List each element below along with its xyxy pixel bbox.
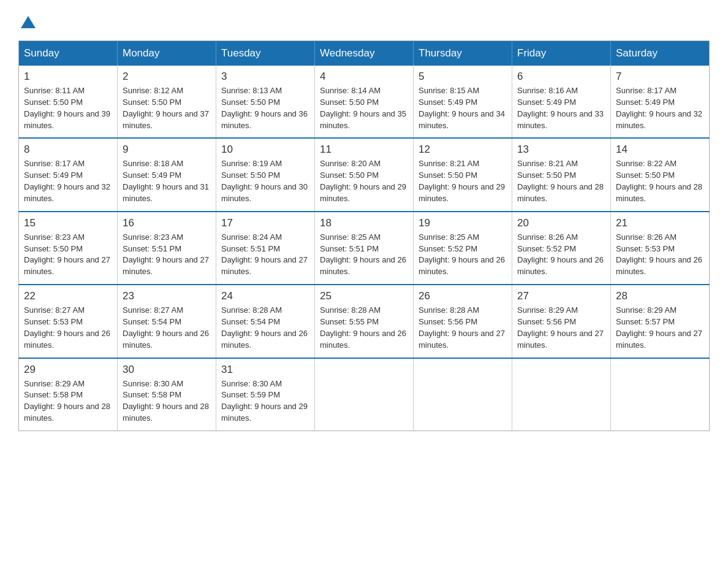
sunrise-label: Sunrise: 8:22 AM	[616, 159, 677, 168]
sunset-label: Sunset: 5:49 PM	[419, 98, 477, 107]
logo-triangle-icon	[20, 13, 37, 31]
daylight-label: Daylight: 9 hours and 30 minutes.	[221, 182, 308, 203]
day-number: 27	[517, 290, 605, 302]
day-info: Sunrise: 8:29 AM Sunset: 5:57 PM Dayligh…	[616, 305, 704, 351]
day-info: Sunrise: 8:12 AM Sunset: 5:50 PM Dayligh…	[123, 85, 211, 131]
daylight-label: Daylight: 9 hours and 33 minutes.	[517, 109, 604, 130]
day-number: 20	[517, 217, 605, 229]
calendar-cell: 21 Sunrise: 8:26 AM Sunset: 5:53 PM Dayl…	[611, 212, 710, 285]
daylight-label: Daylight: 9 hours and 28 minutes.	[517, 182, 604, 203]
sunset-label: Sunset: 5:49 PM	[616, 98, 675, 107]
day-info: Sunrise: 8:25 AM Sunset: 5:51 PM Dayligh…	[320, 232, 408, 278]
sunset-label: Sunset: 5:49 PM	[123, 170, 181, 180]
calendar-table: SundayMondayTuesdayWednesdayThursdayFrid…	[18, 40, 710, 431]
day-header-wednesday: Wednesday	[315, 41, 414, 66]
day-info: Sunrise: 8:30 AM Sunset: 5:58 PM Dayligh…	[123, 378, 211, 424]
sunset-label: Sunset: 5:50 PM	[320, 98, 379, 107]
sunset-label: Sunset: 5:50 PM	[221, 170, 280, 180]
daylight-label: Daylight: 9 hours and 27 minutes.	[616, 329, 702, 350]
calendar-cell: 27 Sunrise: 8:29 AM Sunset: 5:56 PM Dayl…	[512, 285, 611, 358]
calendar-cell: 17 Sunrise: 8:24 AM Sunset: 5:51 PM Dayl…	[216, 212, 315, 285]
daylight-label: Daylight: 9 hours and 27 minutes.	[517, 329, 604, 350]
sunrise-label: Sunrise: 8:29 AM	[616, 305, 677, 315]
daylight-label: Daylight: 9 hours and 35 minutes.	[320, 109, 406, 130]
daylight-label: Daylight: 9 hours and 26 minutes.	[221, 329, 308, 350]
daylight-label: Daylight: 9 hours and 28 minutes.	[616, 182, 702, 203]
day-number: 18	[320, 217, 408, 229]
calendar-cell: 13 Sunrise: 8:21 AM Sunset: 5:50 PM Dayl…	[512, 138, 611, 211]
day-info: Sunrise: 8:27 AM Sunset: 5:53 PM Dayligh…	[24, 305, 112, 351]
day-number: 30	[123, 364, 211, 376]
sunset-label: Sunset: 5:50 PM	[221, 98, 280, 107]
calendar-cell	[315, 358, 414, 431]
sunrise-label: Sunrise: 8:24 AM	[221, 232, 282, 242]
calendar-cell: 26 Sunrise: 8:28 AM Sunset: 5:56 PM Dayl…	[414, 285, 512, 358]
day-info: Sunrise: 8:27 AM Sunset: 5:54 PM Dayligh…	[123, 305, 211, 351]
sunrise-label: Sunrise: 8:16 AM	[517, 86, 578, 95]
calendar-cell	[611, 358, 710, 431]
calendar-week-row: 29 Sunrise: 8:29 AM Sunset: 5:58 PM Dayl…	[19, 358, 710, 431]
day-number: 16	[123, 217, 211, 229]
day-info: Sunrise: 8:25 AM Sunset: 5:52 PM Dayligh…	[419, 232, 507, 278]
sunrise-label: Sunrise: 8:21 AM	[419, 159, 479, 168]
calendar-cell: 12 Sunrise: 8:21 AM Sunset: 5:50 PM Dayl…	[414, 138, 512, 211]
sunset-label: Sunset: 5:53 PM	[616, 244, 675, 253]
day-info: Sunrise: 8:29 AM Sunset: 5:58 PM Dayligh…	[24, 378, 112, 424]
sunset-label: Sunset: 5:52 PM	[419, 244, 477, 253]
calendar-cell: 3 Sunrise: 8:13 AM Sunset: 5:50 PM Dayli…	[216, 66, 315, 138]
sunset-label: Sunset: 5:50 PM	[517, 170, 576, 180]
daylight-label: Daylight: 9 hours and 27 minutes.	[24, 255, 110, 276]
sunrise-label: Sunrise: 8:13 AM	[221, 86, 282, 95]
day-info: Sunrise: 8:15 AM Sunset: 5:49 PM Dayligh…	[419, 85, 507, 131]
day-info: Sunrise: 8:18 AM Sunset: 5:49 PM Dayligh…	[123, 158, 211, 204]
sunset-label: Sunset: 5:50 PM	[419, 170, 477, 180]
sunset-label: Sunset: 5:57 PM	[616, 317, 675, 326]
day-info: Sunrise: 8:26 AM Sunset: 5:52 PM Dayligh…	[517, 232, 605, 278]
daylight-label: Daylight: 9 hours and 26 minutes.	[320, 255, 406, 276]
sunrise-label: Sunrise: 8:17 AM	[24, 159, 85, 168]
calendar-cell: 10 Sunrise: 8:19 AM Sunset: 5:50 PM Dayl…	[216, 138, 315, 211]
sunrise-label: Sunrise: 8:26 AM	[517, 232, 578, 242]
calendar-cell: 30 Sunrise: 8:30 AM Sunset: 5:58 PM Dayl…	[118, 358, 216, 431]
day-number: 26	[419, 290, 507, 302]
sunrise-label: Sunrise: 8:21 AM	[517, 159, 578, 168]
calendar-cell: 28 Sunrise: 8:29 AM Sunset: 5:57 PM Dayl…	[611, 285, 710, 358]
daylight-label: Daylight: 9 hours and 26 minutes.	[320, 329, 406, 350]
sunset-label: Sunset: 5:50 PM	[616, 170, 675, 180]
daylight-label: Daylight: 9 hours and 29 minutes.	[320, 182, 406, 203]
calendar-cell: 31 Sunrise: 8:30 AM Sunset: 5:59 PM Dayl…	[216, 358, 315, 431]
calendar-week-row: 1 Sunrise: 8:11 AM Sunset: 5:50 PM Dayli…	[19, 66, 710, 138]
sunrise-label: Sunrise: 8:27 AM	[24, 305, 85, 315]
sunset-label: Sunset: 5:49 PM	[24, 170, 83, 180]
calendar-cell	[512, 358, 611, 431]
day-number: 15	[24, 217, 112, 229]
day-number: 10	[221, 144, 309, 156]
daylight-label: Daylight: 9 hours and 28 minutes.	[24, 402, 110, 423]
day-header-tuesday: Tuesday	[216, 41, 315, 66]
calendar-cell: 15 Sunrise: 8:23 AM Sunset: 5:50 PM Dayl…	[19, 212, 118, 285]
svg-marker-0	[21, 16, 36, 28]
day-number: 7	[616, 71, 704, 83]
sunrise-label: Sunrise: 8:23 AM	[123, 232, 183, 242]
day-info: Sunrise: 8:21 AM Sunset: 5:50 PM Dayligh…	[517, 158, 605, 204]
calendar-cell	[414, 358, 512, 431]
daylight-label: Daylight: 9 hours and 26 minutes.	[616, 255, 702, 276]
day-info: Sunrise: 8:11 AM Sunset: 5:50 PM Dayligh…	[24, 85, 112, 131]
day-number: 12	[419, 144, 507, 156]
sunrise-label: Sunrise: 8:15 AM	[419, 86, 479, 95]
day-number: 25	[320, 290, 408, 302]
day-info: Sunrise: 8:13 AM Sunset: 5:50 PM Dayligh…	[221, 85, 309, 131]
daylight-label: Daylight: 9 hours and 32 minutes.	[616, 109, 702, 130]
day-number: 11	[320, 144, 408, 156]
sunrise-label: Sunrise: 8:18 AM	[123, 159, 183, 168]
calendar-cell: 7 Sunrise: 8:17 AM Sunset: 5:49 PM Dayli…	[611, 66, 710, 138]
sunrise-label: Sunrise: 8:23 AM	[24, 232, 85, 242]
sunrise-label: Sunrise: 8:17 AM	[616, 86, 677, 95]
calendar-cell: 18 Sunrise: 8:25 AM Sunset: 5:51 PM Dayl…	[315, 212, 414, 285]
daylight-label: Daylight: 9 hours and 37 minutes.	[123, 109, 209, 130]
day-info: Sunrise: 8:23 AM Sunset: 5:51 PM Dayligh…	[123, 232, 211, 278]
sunset-label: Sunset: 5:52 PM	[517, 244, 576, 253]
day-info: Sunrise: 8:26 AM Sunset: 5:53 PM Dayligh…	[616, 232, 704, 278]
day-info: Sunrise: 8:21 AM Sunset: 5:50 PM Dayligh…	[419, 158, 507, 204]
day-header-sunday: Sunday	[19, 41, 118, 66]
